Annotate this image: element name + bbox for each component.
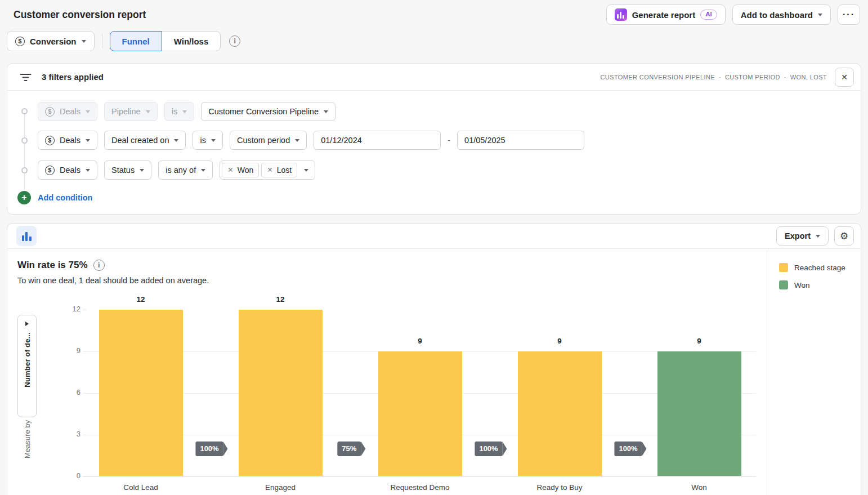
bar-chart-icon: [22, 235, 24, 241]
insight-title: Win rate is 75%: [17, 260, 88, 271]
chart-type-button[interactable]: [16, 226, 37, 246]
conversion-rate-badge: 75%: [337, 442, 361, 456]
legend-swatch-yellow: [779, 263, 788, 272]
pipeline-value-label: Customer Conversion Pipeline: [208, 107, 319, 116]
chip-lost[interactable]: ✕ Lost: [261, 163, 297, 177]
funnel-bar-ready-to-buy[interactable]: [518, 351, 602, 476]
entity-label: Deals: [60, 136, 80, 145]
chip-won[interactable]: ✕ Won: [222, 163, 259, 177]
chevron-down-icon: [146, 110, 150, 113]
more-options-button[interactable]: ···: [838, 5, 860, 25]
tab-funnel[interactable]: Funnel: [110, 31, 162, 51]
filter-row-pipeline: $ Deals Pipeline is Customer Conversion …: [38, 102, 335, 121]
chart-toolbar: Export ⚙: [7, 224, 861, 249]
chart-toolbar-actions: Export ⚙: [776, 226, 854, 246]
x-axis-baseline: [83, 476, 756, 477]
filter-row-created-on: $ Deals Deal created on is Custom period…: [38, 131, 584, 150]
info-icon[interactable]: i: [93, 260, 105, 271]
export-button[interactable]: Export: [776, 226, 829, 246]
ellipsis-icon: ···: [843, 10, 855, 20]
conversion-rate-badge: 100%: [614, 442, 642, 456]
conversion-rate-badge: 100%: [475, 442, 502, 456]
period-label: Custom period: [237, 136, 290, 145]
view-tabs: Funnel Win/loss: [110, 31, 221, 51]
field-label: Status: [111, 166, 135, 175]
remove-icon[interactable]: ✕: [227, 167, 233, 174]
info-icon[interactable]: i: [229, 35, 240, 47]
chevron-down-icon: [86, 139, 90, 142]
insight-subtitle: To win one deal, 1 deal should be added …: [17, 276, 209, 285]
close-icon: ✕: [841, 73, 848, 82]
date-from-input[interactable]: 01/12/2024: [314, 131, 441, 150]
entity-label: Deals: [60, 107, 80, 116]
operator-label: is any of: [165, 166, 196, 175]
add-condition-link[interactable]: Add condition: [38, 193, 92, 202]
x-axis-label: Won: [629, 483, 769, 492]
chevron-down-icon: [86, 110, 90, 113]
filters-panel: 3 filters applied CUSTOMER CONVERSION PI…: [7, 63, 861, 215]
chip-label: Won: [238, 166, 254, 175]
filters-summary: CUSTOMER CONVERSION PIPELINE · CUSTOM PE…: [600, 74, 827, 81]
x-axis-label: Engaged: [211, 483, 350, 492]
chevron-down-icon: [140, 169, 144, 172]
operator-dropdown[interactable]: is any of: [158, 160, 213, 180]
report-controls: $ Conversion Funnel Win/loss i: [7, 31, 240, 51]
chevron-down-icon: [816, 235, 820, 238]
legend-item-reached-stage: Reached stage: [779, 263, 861, 272]
date-range-separator: -: [448, 136, 450, 145]
funnel-bar-engaged[interactable]: [239, 310, 323, 476]
field-dropdown[interactable]: Deal created on: [104, 131, 186, 150]
bar-value-label: 9: [490, 337, 629, 345]
bar-value-label: 12: [71, 295, 211, 304]
add-condition-row: + Add condition: [17, 191, 92, 204]
chevron-down-icon: [324, 110, 328, 113]
deals-currency-icon: $: [45, 107, 55, 117]
insight-block: Win rate is 75% i To win one deal, 1 dea…: [17, 260, 209, 285]
remove-icon[interactable]: ✕: [267, 167, 272, 174]
legend-label: Reached stage: [794, 264, 845, 272]
entity-dropdown[interactable]: $ Deals: [38, 131, 97, 150]
settings-button[interactable]: ⚙: [834, 226, 854, 246]
bar-value-label: 9: [629, 337, 769, 345]
filter-row-status: $ Deals Status is any of ✕ Won ✕ Lost: [38, 160, 315, 180]
period-dropdown[interactable]: Custom period: [230, 131, 307, 150]
funnel-bar-won[interactable]: [657, 351, 741, 476]
page-title: Customer conversion report: [14, 9, 146, 21]
chart-legend: Reached stage Won: [767, 249, 861, 495]
chevron-down-icon: [201, 169, 205, 172]
date-to-input[interactable]: 01/05/2025: [457, 131, 584, 150]
operator-dropdown[interactable]: is: [193, 131, 222, 150]
close-filters-button[interactable]: ✕: [835, 68, 854, 87]
export-label: Export: [785, 231, 811, 240]
generate-report-button[interactable]: Generate report AI: [606, 5, 726, 25]
field-dropdown[interactable]: Status: [104, 160, 151, 180]
tab-winloss-label: Win/loss: [174, 37, 209, 46]
chevron-down-icon: [82, 40, 86, 43]
add-to-dashboard-button[interactable]: Add to dashboard: [732, 5, 831, 25]
customer-conversion-report-page: { "page": { "title": "Customer conversio…: [0, 0, 868, 495]
status-multiselect[interactable]: ✕ Won ✕ Lost: [220, 160, 315, 180]
chevron-down-icon: [211, 139, 216, 142]
plus-icon[interactable]: +: [17, 191, 31, 204]
entity-dropdown: $ Deals: [38, 102, 97, 121]
funnel-bar-requested-demo[interactable]: [378, 351, 462, 476]
conversion-rate-badge: 100%: [195, 442, 223, 456]
chevron-down-icon: [182, 110, 187, 113]
tab-winloss[interactable]: Win/loss: [162, 31, 221, 51]
deals-currency-icon: $: [45, 136, 55, 145]
field-dropdown: Pipeline: [104, 102, 158, 121]
report-type-label: Conversion: [30, 37, 77, 46]
page-header: Customer conversion report Generate repo…: [0, 4, 868, 25]
funnel-bar-cold-lead[interactable]: [99, 310, 183, 476]
x-axis-label: Cold Lead: [71, 483, 211, 492]
operator-label: is: [200, 136, 205, 145]
ai-badge: AI: [700, 10, 717, 20]
field-label: Deal created on: [111, 136, 169, 145]
deals-currency-icon: $: [45, 166, 55, 175]
legend-label: Won: [794, 281, 810, 289]
entity-dropdown[interactable]: $ Deals: [38, 160, 97, 180]
pipeline-value-dropdown[interactable]: Customer Conversion Pipeline: [201, 102, 335, 121]
deals-currency-icon: $: [15, 37, 25, 46]
bar-value-label: 12: [211, 295, 350, 304]
report-type-dropdown[interactable]: $ Conversion: [7, 31, 95, 51]
